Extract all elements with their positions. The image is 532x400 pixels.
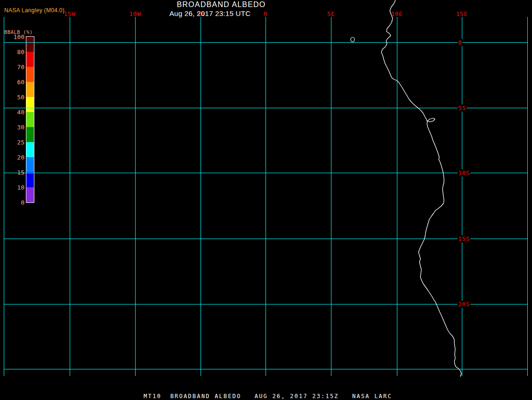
grid-parallel	[4, 239, 527, 239]
latitude-label: 20S	[458, 301, 470, 308]
latitude-label: 10S	[458, 169, 470, 176]
legend-tick-label: 60	[4, 79, 24, 86]
legend-tick-label: 50	[4, 94, 24, 101]
footer-caption: MT10 BROADBAND ALBEDO AUG 26, 2017 23:15…	[144, 393, 392, 400]
longitude-label: 15W	[64, 10, 76, 17]
page-title: BROADBAND ALBEDO	[177, 0, 266, 9]
legend-title: BBALB (%)	[4, 29, 33, 35]
legend-segment	[26, 112, 34, 127]
legend-segment	[26, 157, 34, 172]
legend-tick-label: 0	[4, 199, 24, 206]
grid-meridian	[397, 17, 397, 376]
latitude-label: 15S	[458, 235, 470, 242]
grid-parallel	[4, 108, 527, 108]
legend-tick-label: 20	[4, 154, 24, 161]
legend-tick-label: 25	[4, 139, 24, 146]
legend-tick-label: 40	[4, 109, 24, 116]
grid-meridian	[266, 17, 266, 376]
legend-segment	[26, 67, 34, 82]
longitude-label: 15E	[456, 10, 468, 17]
legend-segment	[26, 127, 34, 142]
credit-label: NASA Langley (M04.0)	[4, 7, 64, 14]
grid-meridian	[527, 17, 528, 376]
grid-meridian	[70, 17, 70, 376]
coastline-svg	[0, 0, 532, 400]
grid-meridian	[4, 17, 4, 376]
coastline-path	[381, 0, 461, 376]
legend-segment	[26, 97, 34, 112]
grid-meridian	[135, 17, 136, 376]
grid-parallel	[4, 369, 527, 369]
legend-tick-label: 10	[4, 184, 24, 191]
legend-tick-label: 30	[4, 124, 24, 131]
longitude-label: 5E	[327, 10, 335, 17]
grid-meridian	[201, 17, 201, 376]
grid-parallel	[4, 304, 527, 304]
map-canvas: NASA Langley (M04.0) BROADBAND ALBEDO Au…	[0, 0, 532, 400]
legend-segment	[26, 37, 34, 52]
legend-segment	[26, 172, 34, 187]
legend-tick-label: 80	[4, 48, 24, 56]
legend-tick-label: 70	[4, 64, 24, 71]
longitude-label: 0	[264, 10, 267, 17]
longitude-label: 10E	[391, 10, 403, 17]
grid-meridian	[462, 17, 462, 376]
grid-parallel	[4, 42, 527, 43]
latitude-label: 0	[458, 39, 462, 46]
latitude-label: 5S	[458, 104, 467, 112]
legend-segment	[26, 52, 34, 67]
legend-color-bar	[26, 36, 34, 203]
page-subtitle: Aug 26, 2017 23:15 UTC	[169, 9, 251, 17]
grid-meridian	[331, 17, 331, 376]
legend-segment	[26, 142, 34, 157]
legend-segment	[26, 82, 34, 97]
legend-segment	[26, 187, 34, 202]
sao-tome-island-icon	[351, 37, 355, 42]
longitude-label: 10W	[129, 10, 141, 17]
grid-parallel	[4, 173, 527, 173]
